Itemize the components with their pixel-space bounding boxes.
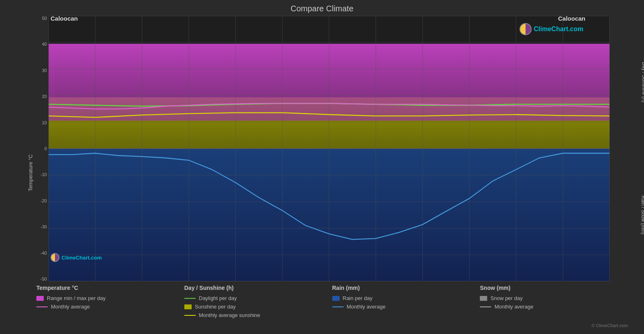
legend-swatch-rain (332, 296, 340, 301)
legend-snow: Snow (mm) Snow per day Monthly average ©… (480, 285, 628, 328)
logo-icon-sm (51, 253, 59, 262)
legend-rain: Rain (mm) Rain per day Monthly average (332, 285, 480, 328)
legend-snow-title: Snow (mm) (480, 285, 628, 291)
legend-line-temp-avg (36, 306, 48, 307)
logo-bottom-left: ClimeChart.com (51, 253, 102, 262)
y-axis-left-label: Temperature °C (27, 154, 34, 191)
logo-text: ClimeChart.com (534, 26, 583, 33)
legend-temp-avg: Monthly average (36, 304, 184, 310)
y-axis-right-label-rain: Rain / Snow (mm) (640, 196, 644, 234)
legend-line-daylight (184, 298, 196, 299)
chart-main: Caloocan Caloocan ClimeChart.com ClimeCh… (49, 16, 610, 281)
logo-text-sm: ClimeChart.com (61, 255, 102, 261)
legend-temperature: Temperature °C Range min / max per day M… (36, 285, 184, 328)
legend-sunshine-avg: Monthly average sunshine (184, 312, 332, 318)
legend-rain-title: Rain (mm) (332, 285, 480, 291)
y-axis-right-label-sunshine: Day / Sunshine (h) (641, 62, 644, 102)
location-label-right: Caloocan (558, 16, 585, 22)
legend-snow-day: Snow per day (480, 295, 628, 301)
legend-daylight: Daylight per day (184, 295, 332, 301)
svg-rect-27 (51, 44, 52, 121)
legend-temp-range: Range min / max per day (36, 295, 184, 301)
svg-rect-28 (53, 44, 54, 121)
logo-icon (519, 23, 532, 35)
legend-sunshine: Day / Sunshine (h) Daylight per day Suns… (184, 285, 332, 328)
legend-rain-avg: Monthly average (332, 304, 480, 310)
copyright: © ClimeChart.com (480, 315, 628, 328)
legend-temp-title: Temperature °C (36, 285, 184, 291)
chart-svg: Jan Feb Mar Apr May Jun Jul Aug Sep Oct … (49, 16, 610, 281)
legend-sunshine-day: Sunshine per day (184, 304, 332, 310)
legend-line-rain-avg (332, 306, 344, 307)
legend-sunshine-title: Day / Sunshine (h) (184, 285, 332, 291)
legend-line-sunshine-avg (184, 315, 196, 316)
legend-swatch-sunshine (184, 304, 192, 309)
legend-area: Temperature °C Range min / max per day M… (8, 281, 636, 330)
legend-snow-avg: Monthly average (480, 304, 628, 310)
location-label-left: Caloocan (51, 16, 78, 22)
legend-swatch-snow (480, 296, 487, 301)
y-axis-left: 50 40 30 20 10 0 -10 -20 -30 -40 -50 (30, 16, 49, 281)
main-container: Compare Climate 50 40 30 20 10 0 -10 -20… (0, 0, 644, 334)
legend-line-snow-avg (480, 306, 491, 307)
legend-rain-day: Rain per day (332, 295, 480, 301)
chart-title: Compare Climate (8, 4, 636, 13)
logo-top-right: ClimeChart.com (519, 23, 583, 35)
legend-swatch-temp-range (36, 296, 44, 301)
